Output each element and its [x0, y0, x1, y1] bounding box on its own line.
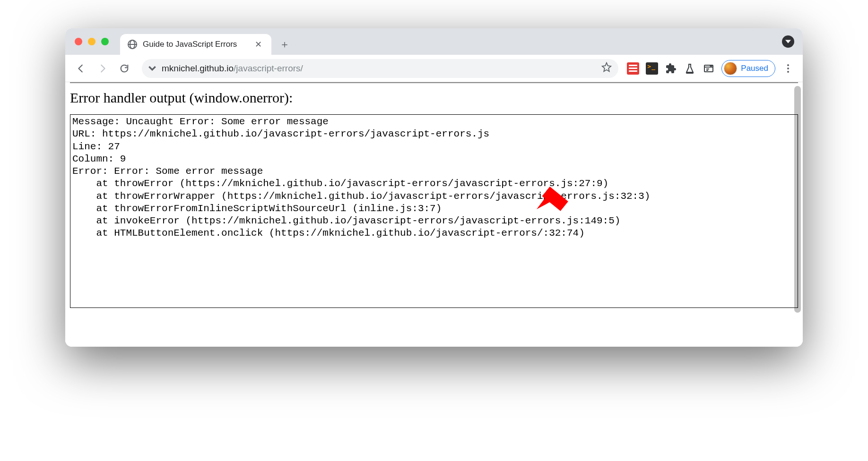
page-viewport: Error handler output (window.onerror): M… — [65, 82, 803, 347]
url-path: /javascript-errors/ — [234, 63, 303, 73]
side-panel-button[interactable] — [703, 62, 715, 75]
back-button[interactable] — [72, 60, 90, 77]
extension-icon-2[interactable] — [646, 62, 658, 75]
close-window-button[interactable] — [75, 38, 82, 45]
forward-button[interactable] — [94, 60, 112, 77]
tab-strip: Guide to JavaScript Errors ✕ ＋ — [65, 28, 803, 55]
new-tab-button[interactable]: ＋ — [276, 36, 293, 53]
bookmark-button[interactable] — [601, 62, 612, 75]
extension-icon-1[interactable] — [627, 62, 639, 75]
svg-point-3 — [787, 71, 789, 73]
chrome-menu-button[interactable] — [782, 62, 794, 75]
divider — [70, 82, 798, 83]
toolbar: mknichel.github.io/javascript-errors/ Pa… — [65, 55, 803, 82]
globe-icon — [128, 40, 137, 49]
svg-point-2 — [787, 68, 789, 69]
profile-status: Paused — [741, 64, 768, 73]
profile-button[interactable]: Paused — [721, 60, 775, 77]
maximize-window-button[interactable] — [101, 38, 109, 45]
extensions-button[interactable] — [665, 62, 677, 75]
section-heading: Error handler output (window.onerror): — [70, 90, 798, 106]
minimize-window-button[interactable] — [88, 38, 95, 45]
browser-window: Guide to JavaScript Errors ✕ ＋ mknichel.… — [65, 28, 803, 347]
tab-title: Guide to JavaScript Errors — [143, 40, 247, 49]
close-tab-button[interactable]: ✕ — [253, 38, 264, 51]
extensions-row: Paused — [627, 60, 796, 77]
window-controls — [72, 28, 120, 55]
labs-button[interactable] — [684, 62, 696, 75]
site-info-button[interactable] — [148, 65, 156, 72]
search-tabs-button[interactable] — [782, 35, 794, 48]
error-output-box: Message: Uncaught Error: Some error mess… — [70, 114, 798, 308]
browser-tab-active[interactable]: Guide to JavaScript Errors ✕ — [120, 34, 271, 55]
svg-point-1 — [787, 64, 789, 66]
url-display: mknichel.github.io/javascript-errors/ — [162, 63, 303, 74]
reload-button[interactable] — [115, 60, 133, 77]
avatar-icon — [724, 62, 737, 75]
error-output-text: Message: Uncaught Error: Some error mess… — [72, 116, 650, 239]
address-bar[interactable]: mknichel.github.io/javascript-errors/ — [142, 59, 618, 78]
page-content: Error handler output (window.onerror): M… — [65, 82, 803, 313]
url-host: mknichel.github.io — [162, 63, 234, 73]
